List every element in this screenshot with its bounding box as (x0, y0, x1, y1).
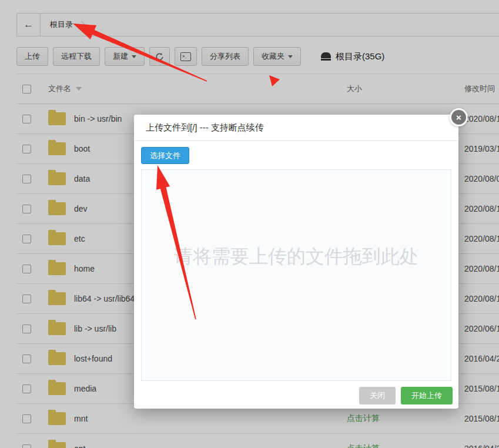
dropzone-hint-text: 请将需要上传的文件拖到此处 (174, 244, 418, 270)
choose-file-button[interactable]: 选择文件 (141, 147, 189, 164)
start-upload-button[interactable]: 开始上传 (401, 387, 453, 404)
upload-dialog-title: 上传文件到[/] --- 支持断点续传 (146, 122, 264, 133)
upload-dialog-header: 上传文件到[/] --- 支持断点续传 (134, 115, 458, 141)
upload-dropzone[interactable]: 请将需要上传的文件拖到此处 (141, 169, 451, 381)
upload-dialog: × 上传文件到[/] --- 支持断点续传 选择文件 请将需要上传的文件拖到此处… (134, 115, 458, 409)
close-icon[interactable]: × (450, 108, 468, 126)
close-button[interactable]: 关闭 (359, 387, 396, 404)
upload-dialog-footer: 关闭 开始上传 (359, 387, 453, 404)
